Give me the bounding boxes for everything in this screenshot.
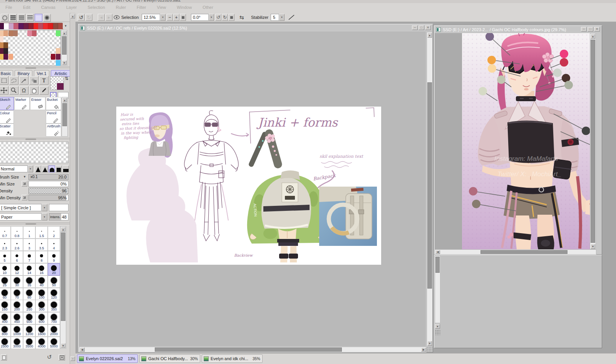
swatch-color[interactable] <box>56 60 60 66</box>
canvas-window-minimize[interactable]: ─ <box>412 25 418 30</box>
canvas-window-title-bar[interactable]: SSD (E:) / Art / OC refs / Evelyn 022026… <box>79 25 432 32</box>
swatch-scroll-thumb[interactable] <box>62 36 67 55</box>
brush-size-300[interactable]: 300 <box>35 300 48 312</box>
brush-size-70[interactable]: 70 <box>11 288 23 300</box>
color-mixer-button[interactable] <box>18 14 25 22</box>
save-brush-button[interactable] <box>59 354 65 361</box>
brush-size-25[interactable]: 25 <box>0 276 11 288</box>
brush-size-2[interactable]: 2 <box>48 226 60 239</box>
tool-bucket[interactable]: Bucket <box>46 97 61 110</box>
menu-ruler[interactable]: Ruler <box>110 3 131 10</box>
canvas-vscroll-down[interactable]: ▼ <box>427 341 432 346</box>
rotate-ccw-button[interactable]: ↺ <box>215 14 221 21</box>
zoom-out-button[interactable]: − <box>167 14 173 21</box>
drawing-canvas[interactable]: Jinki + forms <box>116 107 381 265</box>
tip-soft-button[interactable] <box>42 165 48 172</box>
menu-other[interactable]: Other <box>197 3 219 10</box>
palette-color[interactable] <box>48 23 53 29</box>
canvas-hscroll-right[interactable]: ▶ <box>421 347 426 352</box>
brush-size-100[interactable]: 100 <box>35 288 48 300</box>
brush-size-1000[interactable]: 1000 <box>11 324 23 337</box>
swatch-color[interactable] <box>8 30 13 36</box>
brush-size-1600[interactable]: 1600 <box>35 324 48 337</box>
swatch-color[interactable] <box>27 30 32 36</box>
swatch-color[interactable] <box>51 54 55 60</box>
brush-size-slider[interactable]: x0.1 20.0 <box>28 174 69 180</box>
panel-splitter-3[interactable] <box>0 222 70 225</box>
swap-colors-icon[interactable]: ⇅ <box>65 76 69 81</box>
angle-dropdown-arrow[interactable]: ▼ <box>209 14 214 21</box>
panel-tab-binary[interactable]: Binary <box>15 70 32 77</box>
menu-filter[interactable]: Filter <box>131 3 151 10</box>
brush-size-1[interactable]: 1 <box>23 226 35 239</box>
swatch-color[interactable] <box>0 54 3 60</box>
palette-color[interactable] <box>4 23 9 29</box>
brush-size-800[interactable]: 800 <box>0 324 11 337</box>
swatch-color[interactable] <box>0 36 3 42</box>
blend-mode-select[interactable]: Normal <box>0 165 28 172</box>
panel-scroll-column[interactable]: ▲ ▼ <box>70 13 75 364</box>
tool-airbrush[interactable]: AirBrush <box>46 124 61 137</box>
brush-size-0.7[interactable]: 0.7 <box>0 226 11 239</box>
panel-splitter-2[interactable] <box>0 138 70 141</box>
brush-size-unit-dropdown[interactable]: ▼ <box>23 175 26 179</box>
text-tool-button[interactable]: T <box>39 76 49 85</box>
palette-color[interactable] <box>33 23 38 29</box>
tool-scatter[interactable]: Scatter <box>0 124 14 137</box>
swatch-scrollbar[interactable]: ▲ ▼ <box>61 30 67 66</box>
brush-size-350[interactable]: 350 <box>48 300 60 312</box>
swatch-color[interactable] <box>3 30 8 36</box>
texture-intensity[interactable]: Intens. 48 <box>49 213 69 220</box>
brush-size-80[interactable]: 80 <box>23 288 35 300</box>
brush-size-5[interactable]: 5 <box>0 251 11 263</box>
history-back-button[interactable]: ◂ <box>98 14 105 21</box>
panel-tab-ver1[interactable]: Ver.1 <box>34 70 49 77</box>
brush-size-200[interactable]: 200 <box>11 300 23 312</box>
canvas-window-maximize[interactable]: □ <box>418 25 424 30</box>
canvas-hscroll-thumb[interactable] <box>155 347 342 352</box>
brush-size-3000[interactable]: 3000 <box>11 337 23 349</box>
eyedropper-tool-button[interactable] <box>39 86 49 95</box>
texture-select[interactable]: Paper <box>0 213 42 220</box>
rotate-cw-button[interactable]: ↻ <box>222 14 228 21</box>
brush-size-4[interactable]: 4 <box>48 239 60 251</box>
min-size-slider[interactable]: 0% <box>28 181 69 187</box>
reference-vscroll-thumb[interactable] <box>591 40 595 243</box>
reference-viewport[interactable]: Instagram: MaMafarts Twitter/ X: _MochiA… <box>435 33 596 249</box>
brush-size-35[interactable]: 35 <box>23 276 35 288</box>
canvas-vscroll-thumb[interactable] <box>427 82 432 289</box>
tool-grid-scroll-thumb[interactable] <box>62 103 67 126</box>
min-density-slider[interactable]: 95% <box>28 195 69 201</box>
move-tool-button[interactable] <box>0 86 8 95</box>
brush-size-16[interactable]: 16 <box>35 263 48 276</box>
reference-window-maximize[interactable]: □ <box>588 27 593 32</box>
reference-hscroll[interactable]: ◀ <box>435 249 596 255</box>
texture-dropdown-arrow[interactable]: ▼ <box>42 213 47 220</box>
tip-sharp-button[interactable] <box>35 165 41 172</box>
brush-size-4000[interactable]: 4000 <box>35 337 48 349</box>
canvas-resize-grip[interactable] <box>427 347 432 352</box>
brush-size-6[interactable]: 6 <box>11 251 23 263</box>
panel-tab-basic[interactable]: Basic <box>0 70 13 77</box>
reference-hscroll-thumb[interactable] <box>480 250 567 254</box>
brush-shape-dropdown-arrow[interactable]: ▼ <box>42 204 47 211</box>
brush-size-450[interactable]: 450 <box>11 312 23 324</box>
tip-round-button[interactable] <box>49 165 55 172</box>
swatch-color[interactable] <box>56 48 60 54</box>
menu-view[interactable]: View <box>152 3 172 10</box>
brush-size-5000[interactable]: 5000 <box>48 337 60 349</box>
swatch-color[interactable] <box>0 48 3 54</box>
brush-size-12[interactable]: 12 <box>11 263 23 276</box>
brush-size-3500[interactable]: 3500 <box>23 337 35 349</box>
angle-reset-button[interactable] <box>228 14 234 21</box>
swatch-color[interactable] <box>8 54 13 60</box>
brush-size-14[interactable]: 14 <box>23 263 35 276</box>
density-slider[interactable]: 96 <box>28 188 69 194</box>
swatch-scroll-down[interactable]: ▼ <box>62 60 67 65</box>
canvas-document-window[interactable]: SSD (E:) / Art / OC refs / Evelyn 022026… <box>78 24 433 352</box>
brush-shape-select[interactable]: [ Simple Circle ] <box>0 204 42 211</box>
blend-mode-dropdown-arrow[interactable]: ▼ <box>28 165 33 172</box>
swatch-color[interactable] <box>0 42 3 48</box>
stabilizer-value-box[interactable]: 5 <box>271 14 279 21</box>
palette-color[interactable] <box>53 23 58 29</box>
